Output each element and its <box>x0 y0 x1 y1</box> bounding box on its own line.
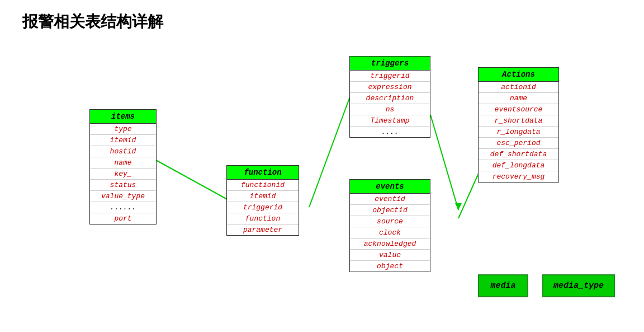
table-row: port <box>90 213 156 224</box>
svg-line-4 <box>458 171 480 218</box>
table-row: esc_period <box>479 138 558 149</box>
svg-line-2 <box>430 115 458 210</box>
table-row: itemid <box>90 135 156 146</box>
table-row: value <box>350 250 430 261</box>
table-row: expression <box>350 82 430 93</box>
table-row: key_ <box>90 169 156 180</box>
table-row: functionid <box>227 180 299 191</box>
table-row: r_longdata <box>479 127 558 138</box>
table-row: recovery_msg <box>479 171 558 182</box>
table-row: description <box>350 93 430 104</box>
table-actions: Actions actionid name eventsource r_shor… <box>478 67 559 183</box>
table-row: clock <box>350 227 430 239</box>
table-items-header: items <box>90 110 156 124</box>
table-row: value_type <box>90 191 156 202</box>
table-row: function <box>227 213 299 225</box>
table-row: eventsource <box>479 104 558 115</box>
table-row: hostid <box>90 146 156 157</box>
media-button[interactable]: media <box>478 274 528 297</box>
table-triggers-header: triggers <box>350 57 430 71</box>
table-row: Timestamp <box>350 115 430 127</box>
table-row: acknowledged <box>350 239 430 250</box>
table-row: objectid <box>350 205 430 216</box>
table-row: ...... <box>90 202 156 213</box>
table-row: .... <box>350 127 430 137</box>
svg-marker-3 <box>455 203 462 210</box>
table-row: def_shortdata <box>479 149 558 160</box>
table-row: ns <box>350 104 430 115</box>
table-triggers: triggers triggerid expression descriptio… <box>349 56 430 138</box>
table-row: triggerid <box>350 71 430 82</box>
page-title: 报警相关表结构详解 <box>22 11 163 32</box>
table-row: def_longdata <box>479 160 558 171</box>
table-row: eventid <box>350 194 430 205</box>
table-row: name <box>90 157 156 169</box>
table-actions-header: Actions <box>479 68 558 82</box>
table-row: type <box>90 124 156 135</box>
table-function: function functionid itemid triggerid fun… <box>226 165 299 236</box>
table-function-header: function <box>227 166 299 180</box>
svg-line-1 <box>309 91 352 207</box>
table-row: status <box>90 180 156 191</box>
table-row: r_shortdata <box>479 115 558 127</box>
table-events-header: events <box>350 180 430 194</box>
svg-line-0 <box>150 157 229 200</box>
table-events: events eventid objectid source clock ack… <box>349 179 430 272</box>
table-items: items type itemid hostid name key_ statu… <box>89 109 157 225</box>
table-row: parameter <box>227 225 299 235</box>
table-row: source <box>350 216 430 227</box>
table-row: object <box>350 261 430 272</box>
table-row: name <box>479 93 558 104</box>
table-row: actionid <box>479 82 558 93</box>
media-type-button[interactable]: media_type <box>542 274 615 297</box>
table-row: itemid <box>227 191 299 202</box>
table-row: triggerid <box>227 202 299 213</box>
